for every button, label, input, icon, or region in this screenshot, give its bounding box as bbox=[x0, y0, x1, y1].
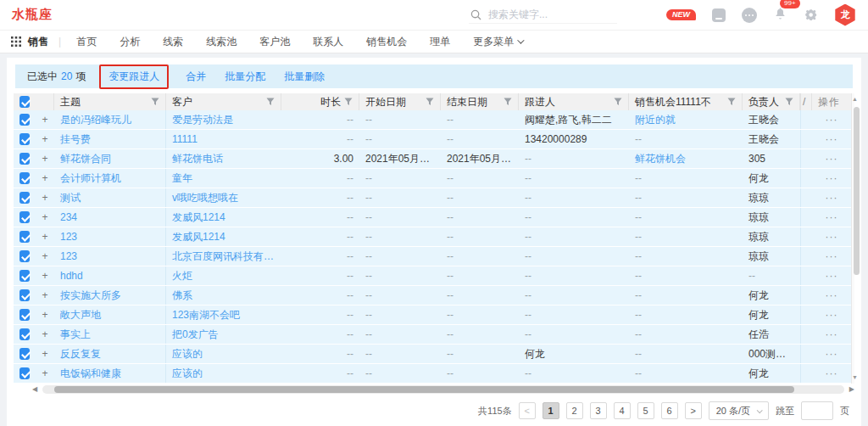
column-header-customer[interactable]: 客户 bbox=[166, 93, 281, 110]
expand-row-button[interactable]: + bbox=[36, 348, 54, 360]
cell-opportunity[interactable]: -- bbox=[629, 270, 743, 282]
cell-customer-link[interactable]: 发威风1214 bbox=[166, 210, 281, 225]
expand-row-button[interactable]: + bbox=[36, 328, 54, 340]
expand-row-button[interactable]: + bbox=[36, 367, 54, 379]
row-checkbox[interactable] bbox=[19, 211, 30, 223]
row-more-actions-button[interactable]: ··· bbox=[812, 153, 851, 165]
nav-item-home[interactable]: 首页 bbox=[76, 35, 97, 49]
apps-grid-icon[interactable] bbox=[11, 36, 21, 47]
row-more-actions-button[interactable]: ··· bbox=[812, 172, 851, 184]
scroll-down-icon[interactable]: ▼ bbox=[852, 373, 854, 382]
cell-subject-link[interactable]: 敞大声地 bbox=[54, 305, 166, 324]
scroll-up-icon[interactable]: ▲ bbox=[852, 95, 854, 104]
cell-opportunity[interactable]: -- bbox=[629, 348, 743, 360]
expand-row-button[interactable]: + bbox=[36, 211, 54, 223]
checkbox-checked-icon[interactable] bbox=[19, 96, 30, 108]
expand-row-button[interactable]: + bbox=[36, 192, 54, 204]
nav-app-title[interactable]: 销售 bbox=[28, 35, 48, 49]
cell-opportunity[interactable]: -- bbox=[629, 250, 743, 262]
cell-opportunity[interactable]: 鲜花饼机会 bbox=[629, 152, 743, 166]
row-checkbox[interactable] bbox=[19, 231, 30, 243]
cell-subject-link[interactable]: 会计师计算机 bbox=[54, 169, 166, 188]
cell-subject-link[interactable]: hdhd bbox=[54, 266, 166, 285]
cell-subject-link[interactable]: 测试 bbox=[54, 188, 166, 207]
expand-row-button[interactable]: + bbox=[36, 270, 54, 282]
cell-subject-link[interactable]: 反反复复 bbox=[54, 345, 166, 363]
row-checkbox[interactable] bbox=[19, 270, 30, 282]
cell-customer-link[interactable]: 火炬 bbox=[166, 269, 281, 283]
filter-funnel-icon[interactable] bbox=[785, 98, 793, 106]
cell-customer-link[interactable]: v哦吃哦想哦在 bbox=[166, 191, 281, 205]
column-header-end-date[interactable]: 结束日期 bbox=[441, 93, 519, 110]
cell-customer-link[interactable]: 123南湖不会吧 bbox=[166, 308, 281, 322]
cell-customer-link[interactable]: 11111 bbox=[166, 133, 281, 145]
page-button-1[interactable]: 1 bbox=[542, 402, 559, 419]
row-checkbox[interactable] bbox=[19, 192, 30, 204]
cell-subject-link[interactable]: 234 bbox=[54, 208, 166, 227]
row-more-actions-button[interactable]: ··· bbox=[812, 211, 851, 223]
row-checkbox[interactable] bbox=[19, 309, 30, 321]
column-header-duration[interactable]: 时长 bbox=[281, 93, 359, 110]
new-badge[interactable]: NEW bbox=[666, 9, 696, 20]
bulk-assign-button[interactable]: 批量分配 bbox=[225, 70, 265, 84]
column-header-owner[interactable]: 负责人 bbox=[743, 93, 800, 110]
row-checkbox[interactable] bbox=[19, 153, 30, 165]
column-header-start-date[interactable]: 开始日期 bbox=[359, 93, 441, 110]
expand-row-button[interactable]: + bbox=[36, 231, 54, 243]
cell-opportunity[interactable]: -- bbox=[629, 289, 743, 301]
row-more-actions-button[interactable]: ··· bbox=[812, 328, 851, 340]
row-more-actions-button[interactable]: ··· bbox=[812, 289, 851, 301]
vertical-scrollbar[interactable]: ▲ ▼ bbox=[851, 93, 854, 384]
cell-customer-link[interactable]: 应该的 bbox=[166, 347, 281, 362]
filter-funnel-icon[interactable] bbox=[504, 98, 512, 106]
filter-funnel-icon[interactable] bbox=[426, 98, 434, 106]
cell-customer-link[interactable]: 应该的 bbox=[166, 367, 281, 381]
nav-item-opportunities[interactable]: 销售机会 bbox=[366, 35, 407, 49]
page-button-5[interactable]: 5 bbox=[637, 402, 654, 419]
column-header-subject[interactable]: 主题 bbox=[54, 93, 166, 110]
notifications-button[interactable]: 99+ bbox=[773, 6, 787, 24]
cell-customer-link[interactable]: 鲜花饼电话 bbox=[166, 152, 281, 166]
select-all-checkbox[interactable] bbox=[14, 93, 36, 110]
filter-funnel-icon[interactable] bbox=[344, 98, 353, 106]
row-checkbox[interactable] bbox=[19, 367, 30, 379]
nav-item-leads-pool[interactable]: 线索池 bbox=[206, 35, 236, 49]
filter-funnel-icon[interactable] bbox=[266, 98, 275, 106]
cell-opportunity[interactable]: -- bbox=[629, 367, 743, 379]
avatar[interactable]: 龙 bbox=[834, 4, 856, 26]
filter-funnel-icon[interactable] bbox=[151, 98, 159, 106]
row-more-actions-button[interactable]: ··· bbox=[812, 250, 851, 262]
row-more-actions-button[interactable]: ··· bbox=[812, 192, 851, 204]
nav-item-customer-pool[interactable]: 客户池 bbox=[259, 35, 290, 49]
settings-gear-icon[interactable] bbox=[804, 8, 818, 22]
prev-page-button[interactable]: < bbox=[519, 402, 536, 419]
row-checkbox[interactable] bbox=[19, 172, 30, 184]
expand-row-button[interactable]: + bbox=[36, 153, 54, 165]
vertical-scroll-thumb[interactable] bbox=[854, 107, 860, 275]
column-header-opportunity[interactable]: 销售机会11111不 bbox=[629, 93, 743, 110]
cell-subject-link[interactable]: 电饭锅和健康 bbox=[54, 364, 166, 383]
nav-item-leads[interactable]: 线索 bbox=[163, 35, 183, 49]
cell-customer-link[interactable]: 佛系 bbox=[166, 289, 281, 303]
scroll-left-icon[interactable]: ◀ bbox=[32, 385, 37, 394]
row-more-actions-button[interactable]: ··· bbox=[812, 231, 851, 243]
nav-item-analysis[interactable]: 分析 bbox=[120, 35, 140, 49]
next-page-button[interactable]: > bbox=[685, 402, 702, 419]
scroll-right-icon[interactable]: ▶ bbox=[849, 385, 854, 394]
cell-opportunity[interactable]: -- bbox=[629, 211, 743, 223]
merge-button[interactable]: 合并 bbox=[186, 70, 206, 84]
filter-funnel-icon[interactable] bbox=[614, 98, 622, 106]
messages-icon[interactable] bbox=[742, 8, 757, 23]
expand-row-button[interactable]: + bbox=[36, 309, 54, 321]
page-size-select[interactable]: 20 条/页 bbox=[709, 401, 769, 420]
bulk-delete-button[interactable]: 批量删除 bbox=[284, 70, 325, 84]
cell-customer-link[interactable]: 发威风1214 bbox=[166, 230, 281, 244]
cell-opportunity[interactable]: -- bbox=[629, 231, 743, 243]
cell-opportunity[interactable]: -- bbox=[629, 133, 743, 145]
horizontal-scrollbar[interactable]: ◀ ▶ bbox=[42, 385, 844, 394]
page-button-6[interactable]: 6 bbox=[661, 402, 678, 419]
nav-item-orders[interactable]: 理单 bbox=[430, 35, 450, 49]
nav-item-more-menu[interactable]: 更多菜单 bbox=[473, 35, 522, 49]
expand-row-button[interactable]: + bbox=[36, 133, 54, 145]
cell-subject-link[interactable]: 123 bbox=[54, 247, 166, 266]
